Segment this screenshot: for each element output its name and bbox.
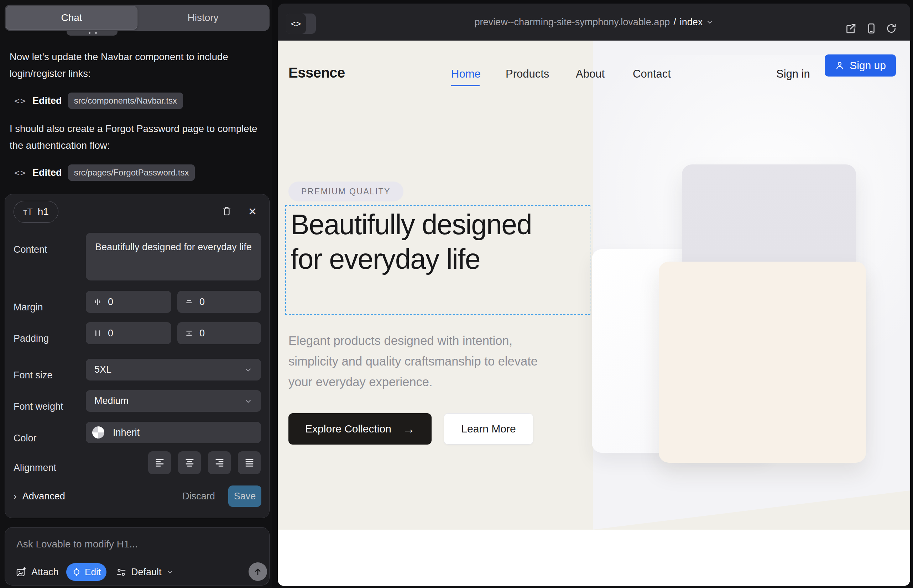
attach-label: Attach: [31, 567, 59, 578]
assistant-message: Now let's update the Navbar component to…: [10, 48, 263, 82]
explore-collection-button[interactable]: Explore Collection →: [288, 413, 432, 444]
composer-input[interactable]: [16, 536, 258, 552]
mobile-device-icon: [865, 22, 878, 35]
learn-more-button[interactable]: Learn More: [444, 413, 533, 444]
hero-heading[interactable]: Beautifully designed for everyday life: [291, 207, 533, 276]
delete-element-button[interactable]: [219, 203, 235, 220]
close-panel-button[interactable]: ✕: [244, 203, 261, 220]
nav-link-contact[interactable]: Contact: [633, 68, 671, 81]
align-right-icon: [215, 459, 224, 467]
url-separator: /: [673, 17, 676, 28]
clipped-dot: [89, 32, 91, 34]
content-field-label: Content: [13, 244, 47, 255]
alignment-field-label: Alignment: [13, 462, 56, 473]
premium-quality-badge: PREMIUM QUALITY: [288, 181, 403, 202]
arrow-right-icon: →: [403, 422, 415, 436]
code-icon: <>: [14, 168, 26, 178]
file-path-badge[interactable]: src/components/Navbar.tsx: [68, 92, 183, 109]
active-nav-underline: [451, 85, 480, 86]
padding-x-input[interactable]: 0: [86, 322, 171, 344]
rendered-site: Essence Home Products About Contact Sign…: [278, 40, 910, 586]
refresh-icon: [885, 23, 897, 34]
font-weight-field-label: Font weight: [13, 401, 63, 412]
edited-file-row: <> Edited src/components/Navbar.tsx: [14, 92, 183, 110]
chevron-down-icon: [706, 18, 713, 26]
chevron-right-icon: ›: [13, 491, 17, 502]
color-select[interactable]: Inherit: [86, 422, 261, 443]
scrolled-clipped-badge: [66, 31, 118, 36]
nav-link-products[interactable]: Products: [506, 68, 549, 81]
attach-button[interactable]: Attach: [16, 563, 59, 581]
align-center-button[interactable]: [178, 451, 201, 474]
close-icon: ✕: [248, 205, 257, 218]
selected-element-chip[interactable]: тT h1: [13, 201, 58, 223]
tab-chat[interactable]: Chat: [6, 6, 138, 30]
nav-link-about[interactable]: About: [576, 68, 605, 81]
panel-tab-bar: Chat History: [5, 5, 270, 31]
chat-composer: Attach Edit Default: [5, 527, 270, 585]
send-button[interactable]: [249, 562, 267, 581]
sign-up-button[interactable]: Sign up: [825, 55, 896, 76]
edited-label: Edited: [32, 95, 62, 107]
url-domain: preview--charming-site-symphony.lovable.…: [475, 17, 670, 28]
chevron-down-icon: [244, 397, 253, 405]
margin-horizontal-icon: [93, 297, 102, 307]
refresh-button[interactable]: [884, 21, 898, 36]
url-path[interactable]: / index: [673, 17, 713, 28]
align-justify-button[interactable]: [238, 451, 261, 474]
trash-icon: [221, 205, 233, 218]
code-icon: <>: [14, 96, 26, 106]
padding-vertical-icon: [185, 328, 194, 338]
font-size-select[interactable]: 5XL: [86, 359, 261, 381]
padding-horizontal-icon: [93, 328, 102, 338]
color-value: Inherit: [113, 427, 139, 438]
align-right-button[interactable]: [208, 451, 231, 474]
sign-in-link[interactable]: Sign in: [776, 68, 810, 81]
padding-y-input[interactable]: 0: [177, 322, 261, 344]
site-next-section: [278, 530, 910, 586]
element-tag: h1: [38, 206, 49, 218]
font-weight-select[interactable]: Medium: [86, 390, 261, 412]
hero-decor-card-cream: [659, 262, 866, 463]
color-swatch: [92, 426, 104, 438]
font-size-field-label: Font size: [13, 370, 53, 381]
advanced-label: Advanced: [23, 491, 65, 502]
padding-y-value: 0: [199, 328, 205, 339]
margin-x-input[interactable]: 0: [86, 291, 171, 313]
mode-selector[interactable]: Default: [116, 563, 173, 581]
edit-mode-pill[interactable]: Edit: [66, 563, 107, 581]
margin-y-input[interactable]: 0: [177, 291, 261, 313]
hero-paragraph: Elegant products designed with intention…: [288, 330, 555, 392]
save-button[interactable]: Save: [228, 486, 261, 507]
url-bar[interactable]: preview--charming-site-symphony.lovable.…: [278, 3, 910, 40]
content-textarea[interactable]: Beautifully designed for everyday life: [86, 233, 261, 281]
open-in-new-tab-button[interactable]: [843, 21, 858, 36]
site-logo[interactable]: Essence: [288, 65, 345, 81]
target-icon: [72, 567, 81, 577]
typography-icon: тT: [23, 207, 33, 217]
advanced-toggle[interactable]: › Advanced: [13, 488, 65, 505]
edited-label: Edited: [32, 167, 62, 178]
padding-x-value: 0: [108, 328, 113, 339]
align-left-icon: [155, 459, 165, 467]
align-justify-icon: [244, 459, 254, 467]
mobile-preview-button[interactable]: [864, 21, 879, 36]
tab-history[interactable]: History: [138, 6, 269, 30]
app-window: Chat History Now let's update the Navbar…: [0, 0, 913, 588]
edited-file-row: <> Edited src/pages/ForgotPassword.tsx: [14, 164, 195, 181]
chevron-down-icon: [244, 365, 253, 374]
user-icon: [835, 60, 845, 71]
sign-up-label: Sign up: [850, 60, 886, 71]
nav-link-home[interactable]: Home: [451, 68, 481, 81]
clipped-dot: [95, 32, 97, 34]
margin-vertical-icon: [185, 297, 194, 307]
explore-collection-label: Explore Collection: [305, 423, 391, 435]
margin-y-value: 0: [199, 297, 205, 307]
external-link-icon: [844, 22, 857, 35]
align-left-button[interactable]: [148, 451, 171, 474]
font-weight-value: Medium: [94, 396, 129, 407]
preview-browser-frame: <> preview--charming-site-symphony.lovab…: [278, 3, 910, 586]
file-path-badge[interactable]: src/pages/ForgotPassword.tsx: [68, 165, 195, 181]
discard-button[interactable]: Discard: [181, 486, 217, 507]
url-page: index: [680, 17, 703, 28]
